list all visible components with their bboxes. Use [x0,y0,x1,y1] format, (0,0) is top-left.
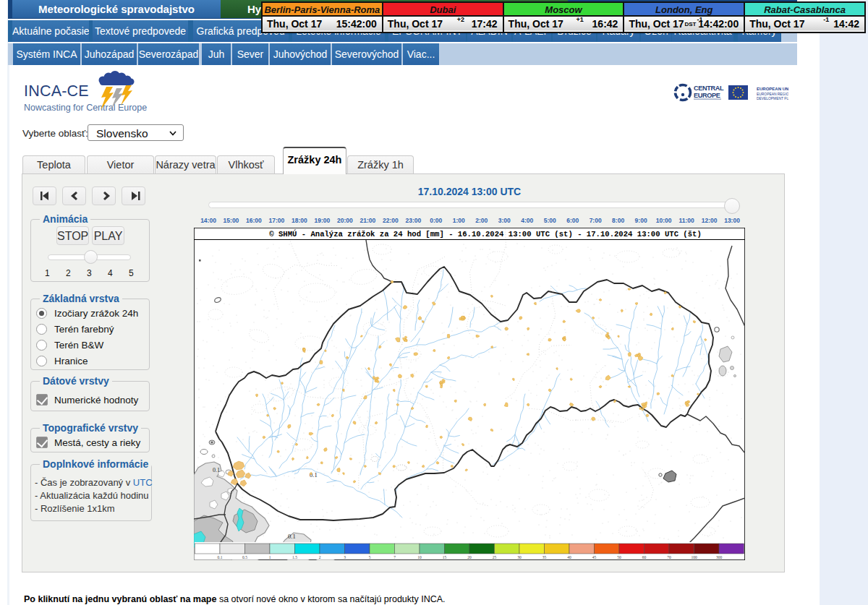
svg-text:50: 50 [617,555,621,559]
svg-text:60: 60 [642,555,647,559]
svg-text:45: 45 [592,555,597,559]
svg-text:300: 300 [716,555,723,559]
svg-text:DEVELOPMENT FUND: DEVELOPMENT FUND [757,97,788,100]
svg-text:15: 15 [443,555,447,559]
svg-text:5: 5 [369,555,371,559]
svg-text:3: 3 [344,555,346,559]
svg-text:1.5: 1.5 [292,555,297,559]
svg-text:EUROPEAN REGIONAL: EUROPEAN REGIONAL [757,93,788,96]
svg-text:25: 25 [493,555,497,559]
svg-text:35: 35 [542,555,547,559]
svg-text:0.1: 0.1 [288,533,296,540]
svg-text:0.1: 0.1 [213,467,220,473]
svg-text:EUROPE: EUROPE [694,92,720,99]
svg-text:100: 100 [691,555,697,559]
svg-text:70: 70 [667,555,671,559]
svg-text:20: 20 [467,555,472,559]
svg-text:7: 7 [393,555,396,559]
svg-text:40: 40 [567,555,571,559]
svg-text:EUROPEAN UNION: EUROPEAN UNION [757,87,788,91]
svg-text:0.1: 0.1 [218,555,223,559]
svg-text:30: 30 [517,555,522,559]
svg-text:© SHMÚ - Analýza zrážok za 24: © SHMÚ - Analýza zrážok za 24 hod [mm] -… [269,229,702,239]
svg-text:CENTRAL: CENTRAL [694,85,724,92]
svg-text:0.5: 0.5 [242,555,247,559]
svg-text:1: 1 [269,555,271,559]
svg-text:2: 2 [319,555,321,559]
svg-text:10: 10 [417,555,422,559]
